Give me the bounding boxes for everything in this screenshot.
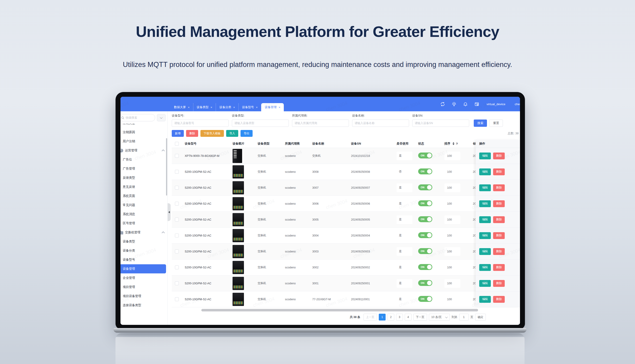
page-number-button[interactable]: 3: [396, 314, 403, 320]
sidebar-item[interactable]: 项目管理: [121, 282, 167, 292]
sort-field[interactable]: 100: [444, 263, 460, 272]
filter-input[interactable]: [292, 120, 349, 127]
edit-button[interactable]: 编辑: [479, 232, 491, 239]
delete-button[interactable]: 删除: [493, 232, 505, 239]
next-page-button[interactable]: 下一页: [413, 314, 427, 320]
status-toggle[interactable]: ON: [418, 184, 432, 190]
delete-button[interactable]: 删除: [493, 248, 505, 255]
search-input[interactable]: 快捷搜索: [121, 114, 155, 121]
sidebar-collapse-handle[interactable]: [168, 203, 171, 221]
in-use-field[interactable]: 是: [397, 184, 412, 192]
in-use-field[interactable]: 是: [397, 263, 412, 272]
sort-field[interactable]: 100: [444, 184, 460, 192]
status-toggle[interactable]: ON: [418, 152, 432, 158]
sidebar-scrollbar[interactable]: [166, 138, 167, 196]
settings-panel-icon[interactable]: [474, 102, 479, 107]
in-use-field[interactable]: 是: [397, 247, 412, 256]
edit-button[interactable]: 编辑: [479, 248, 491, 255]
refresh-icon[interactable]: [440, 102, 445, 107]
bell-icon[interactable]: [463, 102, 468, 107]
close-tab-icon[interactable]: ×: [188, 106, 190, 109]
horizontal-scrollbar[interactable]: [201, 309, 478, 312]
close-tab-icon[interactable]: ×: [279, 106, 280, 109]
row-checkbox[interactable]: [175, 281, 179, 285]
edit-button[interactable]: 编辑: [479, 296, 491, 303]
sidebar-collapse-menu-button[interactable]: [157, 114, 166, 121]
filter-input[interactable]: [232, 120, 289, 127]
sidebar-item[interactable]: 企业管理: [121, 274, 167, 282]
page-number-button[interactable]: 1: [379, 314, 386, 320]
sort-field[interactable]: 100: [444, 152, 460, 160]
sidebar-item[interactable]: 常见问题: [121, 200, 167, 210]
sidebar-item[interactable]: 反馈类型: [121, 173, 167, 182]
close-tab-icon[interactable]: ×: [233, 106, 235, 109]
delete-button[interactable]: 删除: [493, 168, 505, 175]
sidebar-item[interactable]: 广告管理: [121, 164, 167, 173]
delete-button[interactable]: 删除: [493, 264, 505, 271]
in-use-field[interactable]: 是: [397, 279, 412, 288]
status-toggle[interactable]: ON: [418, 168, 432, 174]
row-checkbox[interactable]: [175, 234, 179, 238]
sort-field[interactable]: 100: [444, 215, 460, 224]
status-toggle[interactable]: ON: [418, 296, 432, 302]
sidebar-item[interactable]: 系统页面: [121, 192, 167, 200]
delete-button[interactable]: 删除: [493, 152, 505, 159]
sort-field[interactable]: 100: [444, 279, 460, 288]
edit-button[interactable]: 编辑: [479, 200, 491, 207]
sidebar-item[interactable]: 设备型号: [121, 255, 167, 264]
nav-tab[interactable]: 设备管理 ×: [261, 103, 284, 111]
page-size-select[interactable]: 10 条/页: [429, 314, 450, 320]
status-toggle[interactable]: ON: [418, 232, 432, 238]
sidebar-item[interactable]: 连接设备类型: [121, 301, 167, 310]
reset-button[interactable]: 重置: [489, 120, 503, 127]
status-toggle[interactable]: ON: [418, 280, 432, 286]
sidebar-item[interactable]: 用户注销: [121, 137, 167, 146]
status-toggle[interactable]: ON: [418, 216, 432, 222]
sort-field[interactable]: 100: [444, 168, 460, 176]
row-checkbox[interactable]: [175, 170, 179, 174]
in-use-field[interactable]: 否: [397, 168, 412, 176]
delete-button[interactable]: 删除: [493, 200, 505, 207]
filter-input[interactable]: [412, 120, 469, 127]
edit-button[interactable]: 编辑: [479, 280, 491, 287]
filter-input[interactable]: [352, 120, 409, 127]
row-checkbox[interactable]: [175, 250, 179, 253]
edit-button[interactable]: 编辑: [479, 184, 491, 191]
delete-button[interactable]: 删除: [493, 280, 505, 287]
search-button[interactable]: 搜索: [474, 120, 487, 127]
in-use-field[interactable]: 是: [397, 295, 412, 304]
edit-button[interactable]: 编辑: [479, 216, 491, 223]
row-checkbox[interactable]: [175, 186, 179, 190]
sidebar-item[interactable]: 区号管理: [121, 219, 167, 228]
toolbar-button[interactable]: 导出: [241, 130, 253, 137]
sidebar-item[interactable]: 交换机管理: [121, 228, 167, 237]
help-bulb-icon[interactable]: ?: [451, 102, 457, 107]
sidebar-item[interactable]: 设备分类: [121, 246, 167, 255]
in-use-field[interactable]: 是: [397, 215, 412, 224]
sort-carets-icon[interactable]: [453, 142, 454, 145]
row-checkbox[interactable]: [175, 266, 179, 269]
in-use-field[interactable]: 是: [397, 231, 412, 240]
toolbar-button[interactable]: 导入: [226, 130, 238, 137]
delete-button[interactable]: 删除: [493, 296, 505, 303]
goto-page-input[interactable]: [459, 314, 469, 320]
nav-tab[interactable]: 设备分类 ×: [216, 103, 239, 111]
edit-button[interactable]: 编辑: [479, 152, 491, 159]
nav-tab[interactable]: 数据大屏 ×: [171, 103, 193, 111]
nav-tab[interactable]: 设备型号 ×: [239, 103, 261, 111]
prev-page-button[interactable]: 上一页: [363, 314, 377, 320]
sidebar-item[interactable]: 项目设备管理: [121, 292, 167, 301]
sort-field[interactable]: 100: [444, 231, 460, 240]
select-all-checkbox[interactable]: [175, 142, 179, 146]
sidebar-item[interactable]: 运营管理: [121, 146, 167, 155]
toolbar-button[interactable]: 新增: [172, 130, 184, 137]
row-checkbox[interactable]: [175, 154, 179, 158]
sidebar-item[interactable]: 设备类型: [121, 237, 167, 246]
edit-button[interactable]: 编辑: [479, 168, 491, 175]
sidebar-item[interactable]: 意见反馈: [121, 182, 167, 192]
row-checkbox[interactable]: [175, 218, 179, 222]
toolbar-button[interactable]: 下载导入模板: [200, 130, 224, 137]
sidebar-item[interactable]: 注销类型: [121, 124, 167, 128]
status-toggle[interactable]: ON: [418, 248, 432, 254]
row-checkbox[interactable]: [175, 297, 179, 301]
